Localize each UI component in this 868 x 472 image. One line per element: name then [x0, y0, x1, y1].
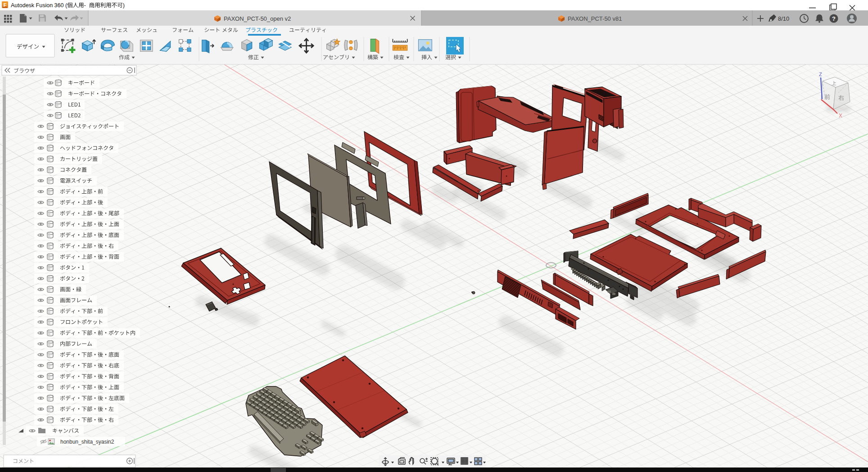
svg-text:PAXON_PCT-50_open v2: PAXON_PCT-50_open v2	[224, 15, 291, 22]
svg-text:-: -	[84, 2, 86, 9]
svg-text:?: ?	[832, 15, 836, 22]
svg-text:PAXON_PCT-50 v81: PAXON_PCT-50 v81	[568, 15, 622, 22]
svg-text:8/10: 8/10	[778, 15, 789, 22]
svg-text:F: F	[4, 2, 7, 8]
svg-text:Z: Z	[819, 72, 822, 77]
svg-text:): )	[123, 2, 125, 9]
svg-text:X: X	[839, 113, 842, 119]
svg-text:honbun_shita_syasin2: honbun_shita_syasin2	[60, 439, 114, 445]
svg-text:Autodesk Fusion 360 (: Autodesk Fusion 360 (	[11, 2, 68, 9]
